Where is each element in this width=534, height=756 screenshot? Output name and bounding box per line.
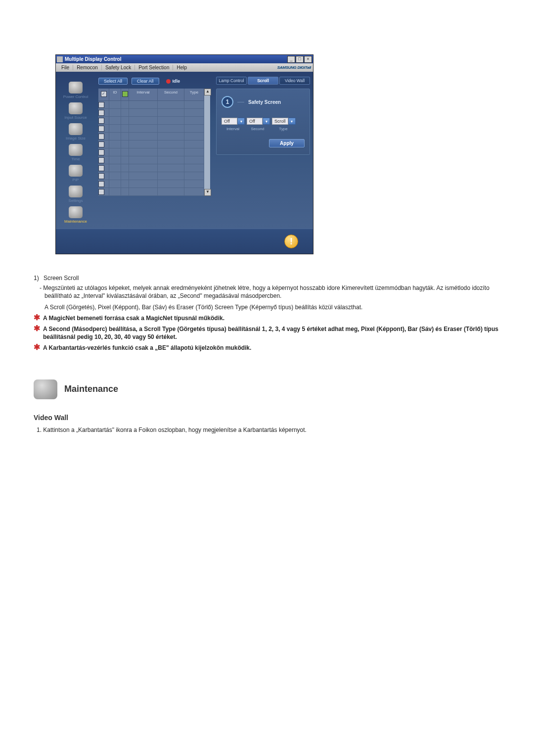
checkbox-icon[interactable] xyxy=(101,91,107,97)
menu-port-selection[interactable]: Port Selection xyxy=(135,65,173,70)
lamp-icon xyxy=(122,91,128,97)
interval-dropdown[interactable]: Off ▾ xyxy=(222,118,245,125)
table-row[interactable] xyxy=(98,141,109,148)
menu-remocon[interactable]: Remocon xyxy=(73,65,102,70)
title-bar: Multiple Display Control _ □ × xyxy=(56,55,313,63)
table-row[interactable] xyxy=(98,117,109,125)
status-footer: ! xyxy=(56,229,313,254)
maintenance-section-icon xyxy=(34,379,57,399)
dropdown-row: Off ▾ Off ▾ Scroll ▾ xyxy=(222,118,305,125)
table-row[interactable] xyxy=(98,148,109,156)
checkbox-icon[interactable] xyxy=(98,165,104,171)
checkbox-icon[interactable] xyxy=(98,181,104,187)
power-icon xyxy=(69,82,83,94)
menu-help[interactable]: Help xyxy=(173,65,190,70)
checkbox-icon[interactable] xyxy=(98,118,104,124)
sidebar-item-time[interactable]: Time xyxy=(69,144,83,161)
checkbox-icon[interactable] xyxy=(98,126,104,132)
minimize-button[interactable]: _ xyxy=(287,56,295,63)
chevron-down-icon[interactable]: ▾ xyxy=(263,118,270,125)
checkbox-icon[interactable] xyxy=(98,173,104,179)
table-row[interactable] xyxy=(98,180,109,188)
col-second[interactable]: Second xyxy=(158,89,184,101)
scroll-down-icon[interactable]: ▼ xyxy=(204,189,211,196)
select-all-button[interactable]: Select All xyxy=(98,78,128,85)
checkbox-icon[interactable] xyxy=(98,142,104,147)
list-number: 1) xyxy=(34,274,42,282)
tab-video-wall[interactable]: Video Wall xyxy=(279,77,310,85)
document-body: 1) Screen Scroll - Megszünteti az utólag… xyxy=(34,274,500,434)
type-label: Type xyxy=(271,126,296,131)
callout-number: 1 xyxy=(222,96,233,108)
second-label: Second xyxy=(246,126,269,131)
sidebar-item-maintenance[interactable]: Maintenance xyxy=(64,206,87,224)
sidebar: Power Control Input Source Image Size Ti… xyxy=(56,72,95,229)
status-dot-icon xyxy=(166,79,171,84)
sidebar-item-pip[interactable]: PIP xyxy=(69,165,83,182)
image-size-icon xyxy=(69,123,83,135)
col-interval[interactable]: Interval xyxy=(129,89,158,101)
sidebar-item-settings[interactable]: Settings xyxy=(69,186,83,203)
table-row[interactable] xyxy=(98,188,109,196)
table-row[interactable] xyxy=(98,125,109,133)
table-row[interactable] xyxy=(98,133,109,141)
checkbox-icon[interactable] xyxy=(98,189,104,195)
apply-button[interactable]: Apply xyxy=(269,139,305,147)
panel-title: Safety Screen xyxy=(248,99,305,105)
dropdown-value: Scroll xyxy=(272,118,288,125)
step-text: 1. Kattintson a „Karbantartás" ikonra a … xyxy=(34,426,500,434)
clear-all-button[interactable]: Clear All xyxy=(132,78,159,85)
list-title: Screen Scroll xyxy=(44,274,79,282)
scroll-up-icon[interactable]: ▲ xyxy=(204,89,211,95)
center-column: Select All Clear All Idle ID Interval Se… xyxy=(95,72,213,229)
sidebar-item-input-source[interactable]: Input Source xyxy=(64,102,87,120)
status-label: Idle xyxy=(173,79,180,84)
table-row[interactable] xyxy=(98,172,109,180)
status-indicator: Idle xyxy=(166,79,180,84)
table-row[interactable] xyxy=(98,101,109,109)
sidebar-item-power-control[interactable]: Power Control xyxy=(63,82,89,99)
note-item: ✱ A Karbantartás-vezérlés funkció csak a… xyxy=(34,344,500,352)
chevron-down-icon[interactable]: ▾ xyxy=(288,118,296,125)
menu-file[interactable]: File xyxy=(58,65,73,70)
scroll-track[interactable] xyxy=(204,95,210,189)
checkbox-icon[interactable] xyxy=(98,157,104,163)
list-toolbar: Select All Clear All Idle xyxy=(98,78,213,85)
sidebar-item-label: Settings xyxy=(69,198,83,203)
col-checkbox[interactable] xyxy=(98,89,109,101)
checkbox-icon[interactable] xyxy=(98,110,104,116)
menu-safety-lock[interactable]: Safety Lock xyxy=(102,65,135,70)
tab-lamp-control[interactable]: Lamp Control xyxy=(216,77,247,85)
maximize-button[interactable]: □ xyxy=(296,56,304,63)
note-item: ✱ A Second (Másodperc) beállítása, a Scr… xyxy=(34,325,500,341)
time-icon xyxy=(69,144,83,156)
panel-tabs: Lamp Control Scroll Video Wall xyxy=(216,77,310,85)
col-id[interactable]: ID xyxy=(109,89,121,101)
checkbox-icon[interactable] xyxy=(98,102,104,108)
col-lamp[interactable] xyxy=(121,89,129,101)
col-type[interactable]: Type xyxy=(184,89,204,101)
tab-scroll[interactable]: Scroll xyxy=(248,77,278,85)
pip-icon xyxy=(69,165,83,177)
close-button[interactable]: × xyxy=(304,56,312,63)
sidebar-item-label: Maintenance xyxy=(64,219,87,224)
window-controls: _ □ × xyxy=(287,56,312,63)
checkbox-icon[interactable] xyxy=(98,149,104,155)
table-row[interactable] xyxy=(98,164,109,172)
checkbox-icon[interactable] xyxy=(98,134,104,140)
table-row[interactable] xyxy=(98,156,109,164)
second-dropdown[interactable]: Off ▾ xyxy=(247,118,270,125)
type-dropdown[interactable]: Scroll ▾ xyxy=(272,118,296,125)
list-description: - Megszünteti az utólagos képeket, melye… xyxy=(34,284,500,300)
table-row[interactable] xyxy=(98,109,109,117)
sidebar-item-label: Image Size xyxy=(66,136,86,141)
chevron-down-icon[interactable]: ▾ xyxy=(237,118,245,125)
right-panel: Lamp Control Scroll Video Wall 1 Safety … xyxy=(213,72,313,229)
subsection-title: Video Wall xyxy=(34,413,500,423)
grid-scrollbar[interactable]: ▲ ▼ xyxy=(204,89,210,196)
maintenance-icon xyxy=(69,206,83,218)
sidebar-item-image-size[interactable]: Image Size xyxy=(66,123,86,141)
section: Maintenance Video Wall 1. Kattintson a „… xyxy=(34,379,500,434)
sidebar-item-label: Time xyxy=(69,157,83,161)
sidebar-item-label: PIP xyxy=(69,178,83,182)
